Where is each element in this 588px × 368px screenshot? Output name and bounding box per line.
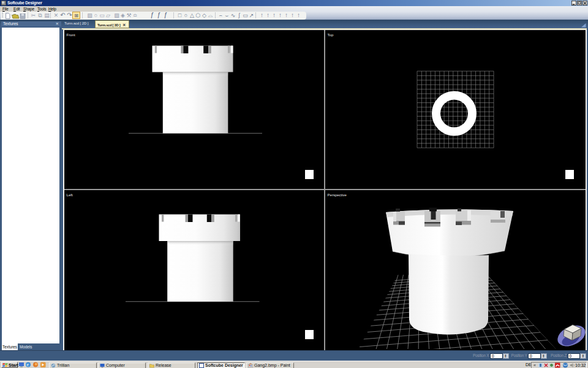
svg-text:e: e [27,362,29,367]
